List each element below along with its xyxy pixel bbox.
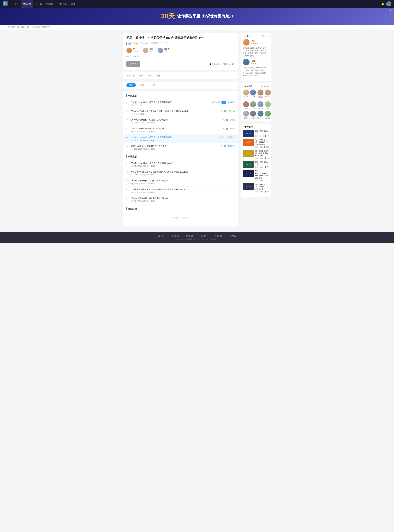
- edit-icon-6: ✏️: [221, 145, 223, 147]
- rec-thumb-2: Java工具: [243, 139, 254, 146]
- tab-intro[interactable]: 课程介绍: [126, 72, 135, 79]
- rec-info-5: Vue Element+Node.js开发企业通用管理后台系统 讲师：张田: [255, 170, 269, 182]
- future-item-4: 04 Vue全家桶实战 从零独立开发企业级小米电商系统(免费升级Vue3.0) …: [126, 187, 235, 195]
- edit-icon-4: ✏️: [223, 128, 225, 130]
- nav-qa[interactable]: 问答社区: [57, 0, 69, 8]
- student-avatar-8: [265, 101, 271, 107]
- rec-students-4: 👤 40: [265, 166, 269, 168]
- breadcrumb-link-series[interactable]: 新媒体营销系列: [17, 26, 29, 28]
- item-time-3: 🕐 2020/02/27 周三 10:00-11:00: [126, 122, 235, 124]
- future-time-5: 🕐 2020/02/26 周四 10:00-11:00: [126, 200, 235, 202]
- rec-item-3[interactable]: 前端全栈 前端全栈加强版！前端全栈+全周期+多维应用 讲师：岱田 👤 56: [243, 150, 269, 159]
- student-9: 小熊熊: [243, 110, 249, 119]
- item-title-3: 从Java后端到全栈，高级电商全栈系统大课: [131, 119, 221, 121]
- tag-live: 直播: [126, 42, 132, 45]
- item-num-5: 05: [126, 136, 130, 138]
- sub-tab-live[interactable]: 直播: [126, 83, 136, 87]
- footer: 关于我们 | 加盟代理 | 网站地图 | 合作伙伴 | 免责声明 | 招资纳士 …: [0, 232, 394, 243]
- rec-count-4: 40: [267, 166, 269, 168]
- students-card: 你的同学 🔄 换一换 化学教书... 1567** 张小田: [241, 83, 271, 121]
- footer-link-sitemap[interactable]: 网站地图: [186, 235, 193, 237]
- footer-link-agent[interactable]: 加盟代理: [172, 235, 179, 237]
- nav-more[interactable]: ···: [78, 0, 84, 8]
- tab-qa[interactable]: 问答: [156, 72, 160, 79]
- future-time-text-2: 2020/02/26 周四 10:00-11:00: [134, 174, 155, 176]
- tab-catalog[interactable]: 目录: [139, 72, 143, 79]
- nav-home[interactable]: 首页: [12, 0, 21, 8]
- footer-link-partners[interactable]: 合作伙伴: [201, 235, 208, 237]
- nav-questions[interactable]: 题库: [69, 0, 78, 8]
- prev-teacher-button[interactable]: ‹: [266, 35, 267, 37]
- logo[interactable]: 云朵课堂: [3, 1, 8, 6]
- item-status-1: 直播中: [228, 101, 235, 104]
- nav-news[interactable]: 新闻资讯: [44, 0, 57, 8]
- teachers-nav: 1/10 ‹ ›: [262, 35, 269, 37]
- footer-link-about[interactable]: 关于我们: [158, 235, 165, 237]
- student-name-9: 小熊熊: [244, 117, 248, 119]
- teacher-avatar-img-linghe: [143, 48, 148, 53]
- student-avatar-5: [243, 101, 249, 107]
- main-nav: 首页 发现课程 公开课 新闻资讯 问答社区 题库 ···: [12, 0, 381, 8]
- user-avatar[interactable]: 👤: [386, 1, 391, 6]
- item-status-6[interactable]: 查看回放: [228, 145, 235, 147]
- rec-item-5[interactable]: Vue管理 Vue Element+Node.js开发企业通用管理后台系统 讲师…: [243, 170, 269, 182]
- collect-button[interactable]: ☆ 收藏: [221, 63, 227, 65]
- rec-info-4: 高级电商全线系统大课 讲师：冷峻 👤 40: [255, 161, 269, 168]
- rec-item-1[interactable]: 电商系统 高级电商全线系统大课 讲师：张小锋 👤 34: [243, 130, 269, 137]
- notification-bell-icon[interactable]: 🔔: [381, 2, 384, 5]
- nav-open[interactable]: 公开课: [33, 0, 44, 8]
- future-time-text-3: 2020/02/26 周四 10:00-11:00: [134, 183, 155, 185]
- rec-thumb-3: 前端全栈: [243, 150, 254, 157]
- share-button[interactable]: ↗ 分享: [229, 63, 235, 65]
- item-status-5[interactable]: 查看回放: [228, 136, 235, 139]
- student-name-10: 大笨猫: [251, 117, 255, 119]
- banner-close-button[interactable]: ×: [390, 9, 391, 12]
- course-main-tabs: 课程介绍 目录 评论 问答: [123, 72, 238, 79]
- rec-item-2[interactable]: Java工具 玩转Java开发工具，精通JUC，成为开发多面手 讲师：王磊 👤 …: [243, 139, 269, 148]
- next-teacher-button[interactable]: ›: [268, 35, 269, 37]
- student-11: Summers: [257, 110, 264, 119]
- future-time-text-1: 2020/02/26 周四 10:00-11:00: [134, 165, 155, 167]
- nav-discover[interactable]: 发现课程: [21, 0, 33, 8]
- future-clock-1: 🕐: [131, 165, 133, 167]
- rec-item-6[interactable]: Java多面 玩转Java开发工具，精通JUC，成为开发多面手 讲师：岱田 👤 …: [243, 183, 269, 193]
- student-name-4: Charles: [265, 96, 270, 98]
- footer-link-recruit[interactable]: 招资纳士: [229, 235, 236, 237]
- mobile-watch-button[interactable]: 📱 手机观看: [209, 63, 219, 65]
- rec-title-6: 玩转Java开发工具，精通JUC，成为开发多面手: [255, 183, 269, 190]
- item-num-6: 06: [126, 145, 130, 147]
- student-name-6: 1567**: [251, 108, 255, 110]
- people-icon-3: 👤: [265, 157, 267, 159]
- refresh-students-button[interactable]: 🔄 换一换: [261, 85, 269, 88]
- teacher-stars-luojing: ★★★★: [251, 42, 258, 45]
- item-time-1: 🕐 今日 10:00-11:00: [126, 104, 235, 106]
- rec-info-6: 玩转Java开发工具，精通JUC，成为开发多面手 讲师：岱田 👤 46: [255, 183, 269, 193]
- future-item-1: 01 Vue Element+Node.js开发企业通用管理后台系统 🕐 202…: [126, 160, 235, 169]
- item-icons-6: ✏️ ⬇️: [221, 145, 226, 147]
- student-12: qq_天涯: [265, 110, 271, 119]
- clock-icon-2: 🕐: [131, 113, 133, 115]
- item-time-text-6: 2020/02/26 周四 10:00-11:00: [134, 148, 155, 150]
- live-item-1-row: 01 Vue Element+Node.js开发企业通用管理后台系统 📊 ✏️ …: [126, 101, 235, 104]
- teacher-card-info-songlijian: 宋利坚 ★★★★: [251, 60, 258, 64]
- rec-item-4[interactable]: 电商全栈 高级电商全线系统大课 讲师：冷峻 👤 40: [243, 161, 269, 168]
- bought-button[interactable]: 已购买: [126, 61, 140, 67]
- future-item-3: 03 从Java后端到全栈，高级电商全栈系统大课 🕐 2020/02/26 周四…: [126, 178, 235, 187]
- footer-link-disclaimer[interactable]: 免责声明: [215, 235, 222, 237]
- today-live-title: 今日直播: [126, 94, 235, 97]
- item-title-4: Java项目面试实操 提升大厂面试成功率: [131, 127, 221, 130]
- banner: 30天 让你摆脱平庸 知识使你更有魅力 ×: [0, 8, 394, 25]
- banner-text1: 让你摆脱平庸: [177, 14, 200, 19]
- sub-tab-record[interactable]: 录播: [137, 83, 147, 87]
- teacher-card-name-songlijian: 宋利坚: [251, 60, 258, 62]
- student-name-8: Bill: [267, 108, 269, 110]
- tab-comments[interactable]: 评论: [147, 72, 152, 79]
- future-num-5: 05: [126, 197, 130, 199]
- breadcrumb-link-discover[interactable]: 发现课程: [8, 26, 15, 28]
- sub-tab-offline[interactable]: 面授: [148, 83, 158, 87]
- teachers-card-title: 名师 1/10 ‹ ›: [243, 35, 269, 37]
- future-num-4: 04: [126, 188, 130, 191]
- rec-info-1: 高级电商全线系统大课 讲师：张小锋 👤 34: [255, 130, 269, 137]
- teacher-stars-songlijian: ★★★★: [251, 62, 258, 64]
- course-actions: 已购买 📱 手机观看 ☆ 收藏 ↗ 分享: [126, 61, 235, 67]
